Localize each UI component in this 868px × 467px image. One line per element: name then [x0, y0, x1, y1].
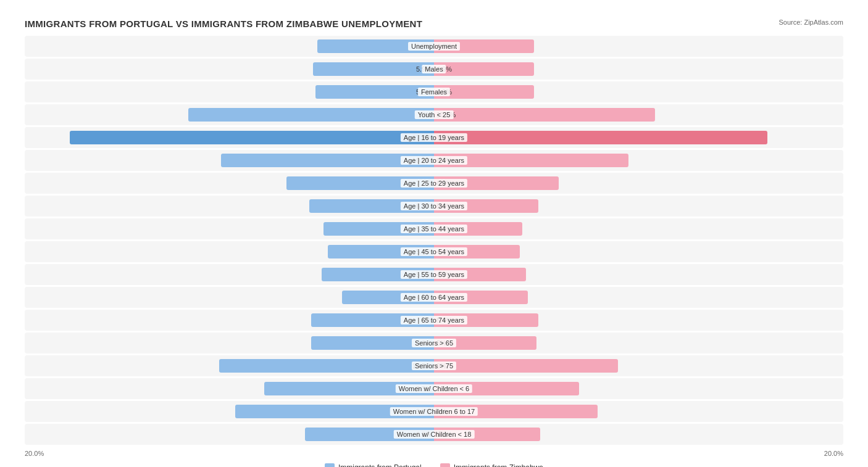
bar-row: 5.7% Unemployment 4.9% — [25, 36, 843, 57]
center-label: Age | 65 to 74 years — [401, 316, 467, 324]
left-section — [25, 355, 434, 376]
bar-row: 6.1% Age | 30 to 34 years 5.1% — [25, 196, 843, 217]
right-section — [434, 36, 843, 57]
bar-row: 12% Youth < 25 10.8% — [25, 104, 843, 125]
bar-inner: 5.2% Age | 45 to 54 years 4.2% — [25, 241, 843, 262]
right-section — [434, 241, 843, 262]
center-label: Age | 16 to 19 years — [401, 133, 467, 142]
bar-inner: 6.1% Age | 30 to 34 years 5.1% — [25, 196, 843, 217]
bar-row: 8.3% Women w/ Children < 6 7.1% — [25, 378, 843, 399]
left-section — [25, 196, 434, 217]
axis-row: 20.0% 20.0% — [25, 450, 843, 457]
bar-inner: 7.2% Age | 25 to 29 years 6.1% — [25, 173, 843, 194]
center-label: Age | 30 to 34 years — [401, 202, 467, 210]
bar-inner: 9.7% Women w/ Children 6 to 17 8% — [25, 401, 843, 422]
legend-label-zimbabwe: Immigrants from Zimbabwe — [454, 463, 543, 467]
bar-inner: 5.5% Age | 55 to 59 years 4.5% — [25, 264, 843, 285]
legend-label-portugal: Immigrants from Portugal — [338, 463, 422, 467]
right-section — [434, 196, 843, 217]
left-section — [25, 264, 434, 285]
bar-inner: 10.5% Seniors > 75 9% — [25, 355, 843, 376]
legend-box-portugal — [325, 463, 335, 467]
bar-inner: 6.3% Women w/ Children < 18 5.2% — [25, 424, 843, 445]
bar-row: 5.8% Females 4.9% — [25, 81, 843, 102]
right-section — [434, 401, 843, 422]
chart-area: 5.7% Unemployment 4.9% 5.9% Males 4.9% 5… — [25, 36, 843, 445]
right-section — [434, 264, 843, 285]
center-label: Unemployment — [408, 42, 460, 51]
left-section — [25, 59, 434, 80]
left-section — [25, 378, 434, 399]
bar-inner: 8.3% Women w/ Children < 6 7.1% — [25, 378, 843, 399]
axis-right: 20.0% — [824, 450, 843, 457]
bar-right-zimbabwe — [434, 131, 767, 144]
right-section — [434, 218, 843, 239]
bar-row: 6% Age | 65 to 74 years 5.1% — [25, 310, 843, 331]
center-label: Age | 60 to 64 years — [401, 293, 467, 302]
bar-row: 6% Seniors > 65 5% — [25, 333, 843, 353]
bar-row: 5.5% Age | 55 to 59 years 4.5% — [25, 264, 843, 285]
left-section — [25, 287, 434, 308]
bar-row: 7.2% Age | 25 to 29 years 6.1% — [25, 173, 843, 194]
axis-left: 20.0% — [25, 450, 44, 457]
bar-left-portugal — [70, 131, 434, 144]
left-section — [25, 218, 434, 239]
right-section — [434, 104, 843, 125]
source-text: Source: ZipAtlas.com — [778, 19, 843, 26]
bar-row: 5.2% Age | 45 to 54 years 4.2% — [25, 241, 843, 262]
right-section — [434, 424, 843, 445]
left-section — [25, 104, 434, 125]
bar-row: 5.4% Age | 35 to 44 years 4.3% — [25, 218, 843, 239]
bar-left-portugal — [188, 108, 434, 122]
bar-row: 5.9% Males 4.9% — [25, 59, 843, 80]
left-section — [25, 424, 434, 445]
bar-inner: 5.9% Males 4.9% — [25, 59, 843, 80]
bar-inner: 17.8% Age | 16 to 19 years 16.3% — [25, 127, 843, 148]
bar-right-zimbabwe — [434, 359, 618, 373]
bar-inner: 5.7% Unemployment 4.9% — [25, 36, 843, 57]
bar-inner: 6% Age | 65 to 74 years 5.1% — [25, 310, 843, 331]
bar-row: 4.5% Age | 60 to 64 years 4.6% — [25, 287, 843, 308]
header-row: IMMIGRANTS FROM PORTUGAL VS IMMIGRANTS F… — [25, 19, 843, 32]
right-section — [434, 355, 843, 376]
right-section — [434, 127, 843, 148]
bar-inner: 6% Seniors > 65 5% — [25, 333, 843, 353]
bar-row: 17.8% Age | 16 to 19 years 16.3% — [25, 127, 843, 148]
left-section — [25, 81, 434, 102]
center-label: Age | 25 to 29 years — [401, 179, 467, 188]
legend-box-zimbabwe — [440, 463, 450, 467]
bar-inner: 10.4% Age | 20 to 24 years 9.5% — [25, 150, 843, 171]
center-label: Seniors > 65 — [412, 339, 456, 347]
bar-inner: 4.5% Age | 60 to 64 years 4.6% — [25, 287, 843, 308]
center-label: Women w/ Children < 18 — [394, 430, 475, 439]
left-section — [25, 36, 434, 57]
legend-item-zimbabwe: Immigrants from Zimbabwe — [440, 463, 543, 467]
right-section — [434, 333, 843, 353]
left-section — [25, 173, 434, 194]
left-section — [25, 150, 434, 171]
chart-title: IMMIGRANTS FROM PORTUGAL VS IMMIGRANTS F… — [25, 19, 422, 29]
bar-left-portugal — [219, 359, 434, 373]
center-label: Youth < 25 — [415, 110, 454, 119]
bar-row: 10.5% Seniors > 75 9% — [25, 355, 843, 376]
bar-inner: 12% Youth < 25 10.8% — [25, 104, 843, 125]
right-section — [434, 287, 843, 308]
left-section — [25, 310, 434, 331]
bar-inner: 5.4% Age | 35 to 44 years 4.3% — [25, 218, 843, 239]
right-section — [434, 310, 843, 331]
center-label: Seniors > 75 — [412, 362, 456, 370]
left-section — [25, 127, 434, 148]
bar-row: 6.3% Women w/ Children < 18 5.2% — [25, 424, 843, 445]
right-section — [434, 81, 843, 102]
center-label: Age | 35 to 44 years — [401, 225, 467, 233]
left-section — [25, 241, 434, 262]
left-section — [25, 333, 434, 353]
center-label: Females — [418, 88, 450, 96]
right-section — [434, 150, 843, 171]
center-label: Age | 55 to 59 years — [401, 270, 467, 279]
bar-right-zimbabwe — [434, 108, 655, 122]
center-label: Age | 45 to 54 years — [401, 247, 467, 256]
bar-row: 9.7% Women w/ Children 6 to 17 8% — [25, 401, 843, 422]
legend-item-portugal: Immigrants from Portugal — [325, 463, 422, 467]
legend: Immigrants from Portugal Immigrants from… — [25, 463, 843, 467]
